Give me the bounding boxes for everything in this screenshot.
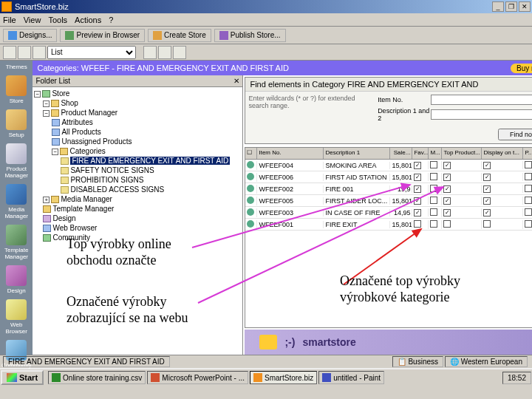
find-now-button[interactable]: Find now bbox=[498, 129, 532, 140]
top-checkbox[interactable] bbox=[443, 185, 451, 193]
folder-icon bbox=[60, 148, 68, 155]
sidebar-item-template-manager[interactable]: Template Manager bbox=[0, 222, 33, 262]
fav-checkbox[interactable] bbox=[414, 174, 421, 181]
fav-checkbox[interactable] bbox=[414, 209, 421, 216]
tb-btn-4[interactable] bbox=[143, 46, 157, 59]
taskbar-item-2[interactable]: Microsoft PowerPoint - ... bbox=[147, 371, 248, 384]
col-m[interactable]: M... bbox=[429, 148, 442, 159]
taskbar-item-3[interactable]: SmartStore.biz bbox=[250, 371, 317, 384]
p-checkbox[interactable] bbox=[525, 220, 532, 228]
fav-checkbox[interactable] bbox=[414, 197, 421, 205]
folder-icon bbox=[43, 205, 51, 213]
designs-button[interactable]: Designs... bbox=[3, 29, 57, 42]
p-checkbox[interactable] bbox=[525, 208, 532, 216]
table-row[interactable]: WFEEF005FIRST AIDER LOC...15,8010 bbox=[245, 195, 532, 207]
sidebar-item-media-manager[interactable]: Media Manager bbox=[0, 181, 33, 221]
tb-btn-2[interactable] bbox=[18, 46, 31, 59]
promo-banner[interactable]: ;-) smartstore bbox=[245, 330, 532, 355]
col-chk[interactable]: ☐ bbox=[245, 148, 257, 159]
promo-smiley: ;-) bbox=[284, 336, 295, 348]
view-select[interactable]: List bbox=[47, 46, 136, 59]
system-tray[interactable]: 18:52 bbox=[502, 372, 531, 384]
p-checkbox[interactable] bbox=[525, 197, 532, 204]
fav-checkbox[interactable] bbox=[414, 220, 421, 228]
folder-icon bbox=[61, 167, 69, 174]
m-checkbox[interactable] bbox=[430, 173, 437, 180]
tb-btn-6[interactable] bbox=[173, 46, 186, 59]
fav-checkbox[interactable] bbox=[414, 162, 421, 169]
display-checkbox[interactable] bbox=[483, 220, 491, 228]
taskbar-item-4[interactable]: untitled - Paint bbox=[318, 371, 384, 384]
menu-file[interactable]: File bbox=[3, 16, 16, 24]
desc-input[interactable] bbox=[431, 109, 532, 120]
tb-btn-1[interactable] bbox=[3, 46, 16, 59]
product-icon bbox=[247, 208, 254, 216]
folder-icon bbox=[52, 138, 60, 146]
m-checkbox[interactable] bbox=[430, 220, 437, 228]
folder-tree[interactable]: −Store −Shop −Product Manager Attributes… bbox=[33, 87, 242, 355]
menu-view[interactable]: View bbox=[24, 16, 41, 24]
col-fav[interactable]: Fav... bbox=[412, 148, 429, 159]
top-checkbox[interactable] bbox=[443, 220, 451, 228]
col-top[interactable]: Top Product... bbox=[442, 148, 482, 159]
table-row[interactable]: WFEEF002FIRE 00119,90 bbox=[245, 183, 532, 195]
p-checkbox[interactable] bbox=[525, 173, 532, 180]
sidebar-item-web-browser[interactable]: Web Browser bbox=[0, 296, 33, 336]
p-checkbox[interactable] bbox=[525, 161, 532, 168]
display-checkbox[interactable] bbox=[483, 197, 491, 205]
top-checkbox[interactable] bbox=[443, 162, 451, 169]
sidebar-item-themes[interactable]: Themes bbox=[0, 62, 33, 72]
maximize-button[interactable]: ❐ bbox=[505, 1, 517, 12]
fav-checkbox[interactable] bbox=[414, 185, 421, 193]
close-button[interactable]: ✕ bbox=[519, 1, 531, 12]
folder-icon bbox=[51, 196, 59, 203]
sidebar-item-store[interactable]: Store bbox=[0, 72, 33, 106]
folder-icon bbox=[52, 119, 60, 126]
preview-button[interactable]: Preview in Browser bbox=[60, 29, 145, 42]
menu-actions[interactable]: Actions bbox=[75, 16, 101, 24]
m-checkbox[interactable] bbox=[430, 185, 437, 192]
grid-header: ☐ Item No. Description 1 Sale... Fav... … bbox=[245, 148, 532, 160]
buy-now-button[interactable]: Buy now bbox=[511, 64, 532, 73]
m-checkbox[interactable] bbox=[430, 208, 437, 216]
m-checkbox[interactable] bbox=[430, 197, 437, 204]
sidebar-item-setup[interactable]: Setup bbox=[0, 106, 33, 140]
top-checkbox[interactable] bbox=[443, 209, 451, 216]
item-no-input[interactable] bbox=[431, 95, 532, 105]
menu-tools[interactable]: Tools bbox=[48, 16, 67, 24]
tb-btn-5[interactable] bbox=[158, 46, 171, 59]
table-row[interactable]: WFEEF006FIRST AID STATION15,8010 bbox=[245, 171, 532, 183]
display-checkbox[interactable] bbox=[483, 174, 491, 181]
p-checkbox[interactable] bbox=[525, 185, 532, 192]
menu-help[interactable]: ? bbox=[109, 16, 113, 24]
create-button[interactable]: Create Store bbox=[148, 29, 211, 42]
tree-close-icon[interactable]: ✕ bbox=[233, 77, 239, 85]
sidebar-item-product-manager[interactable]: Product Manager bbox=[0, 140, 33, 180]
top-checkbox[interactable] bbox=[443, 174, 451, 181]
top-checkbox[interactable] bbox=[443, 197, 451, 205]
product-icon bbox=[247, 161, 254, 168]
tb-btn-3[interactable] bbox=[33, 46, 46, 59]
table-row[interactable]: WFEEF004SMOKING AREA15,8010 bbox=[245, 160, 532, 171]
start-button[interactable]: Start bbox=[1, 370, 44, 385]
sidebar-item-design[interactable]: Design bbox=[0, 262, 33, 296]
publish-button[interactable]: Publish Store... bbox=[214, 29, 286, 42]
task-icon bbox=[52, 373, 61, 382]
find-title: Find elements in Category FIRE AND EMERG… bbox=[245, 78, 532, 92]
col-desc[interactable]: Description 1 bbox=[324, 148, 390, 159]
col-sale[interactable]: Sale... bbox=[390, 148, 412, 159]
store-icon bbox=[6, 75, 27, 96]
taskbar-item-1[interactable]: Online store training.csv bbox=[48, 371, 146, 384]
task-icon bbox=[322, 373, 331, 382]
display-checkbox[interactable] bbox=[483, 209, 491, 216]
status-path: FIRE AND EMERGENCY EXIT AND FIRST AID bbox=[3, 356, 170, 367]
col-item[interactable]: Item No. bbox=[257, 148, 324, 159]
display-checkbox[interactable] bbox=[483, 162, 491, 169]
minimize-button[interactable]: _ bbox=[492, 1, 504, 12]
m-checkbox[interactable] bbox=[430, 161, 437, 168]
table-row[interactable]: WFEEF001FIRE EXIT15,8010 bbox=[245, 219, 532, 231]
display-checkbox[interactable] bbox=[483, 185, 491, 193]
table-row[interactable]: WFEEF003IN CASE OF FIRE14,950 bbox=[245, 207, 532, 219]
col-p[interactable]: P... bbox=[523, 148, 532, 159]
col-disp[interactable]: Display on t... bbox=[482, 148, 523, 159]
